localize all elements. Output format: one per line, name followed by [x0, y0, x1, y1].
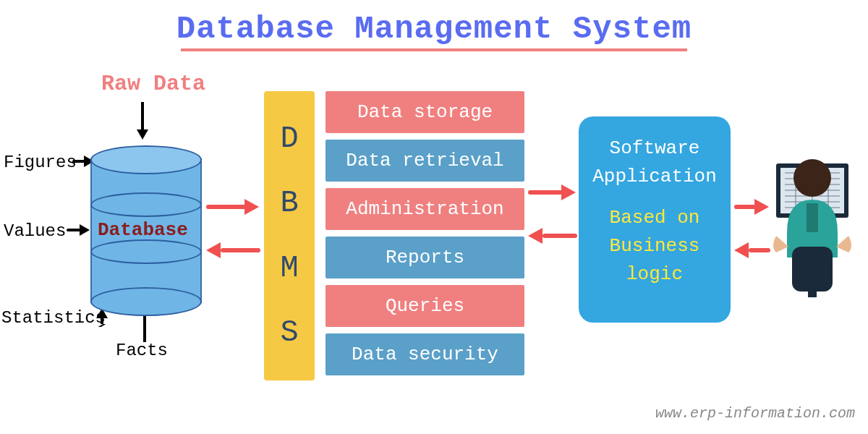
footer-credit: www.erp-information.com	[655, 405, 855, 422]
fn-reports: Reports	[326, 237, 524, 278]
svg-rect-17	[808, 292, 817, 297]
dbms-column: D B M S	[264, 91, 315, 380]
svg-point-14	[793, 159, 831, 197]
app-line: Business	[610, 232, 700, 260]
svg-rect-15	[807, 203, 818, 232]
app-line: logic	[626, 260, 683, 289]
database-label: Database	[98, 219, 188, 241]
functions-column: Data storage Data retrieval Administrati…	[326, 91, 524, 382]
dbms-letter: M	[280, 251, 298, 286]
fn-data-storage: Data storage	[326, 91, 524, 133]
facts-label: Facts	[116, 341, 168, 360]
dbms-letter: B	[280, 186, 298, 221]
values-label: Values	[4, 221, 66, 241]
app-line: Based on	[610, 204, 700, 232]
app-line: Software	[610, 135, 700, 163]
user-at-computer-icon	[763, 138, 861, 297]
figures-label: Figures	[4, 153, 77, 172]
raw-data-label: Raw Data	[101, 72, 205, 96]
diagram-stage: Raw Data Figures Values Statistics Facts…	[0, 51, 868, 427]
page-title: Database Management System	[0, 0, 868, 47]
dbms-letter: D	[280, 122, 298, 156]
software-application-box: Software Application Based on Business l…	[579, 116, 731, 323]
app-line: Application	[592, 163, 717, 191]
fn-administration: Administration	[326, 188, 524, 230]
svg-rect-16	[792, 247, 833, 292]
fn-data-security: Data security	[326, 333, 524, 375]
fn-queries: Queries	[326, 285, 524, 327]
dbms-letter: S	[280, 315, 298, 350]
fn-data-retrieval: Data retrieval	[326, 140, 524, 182]
